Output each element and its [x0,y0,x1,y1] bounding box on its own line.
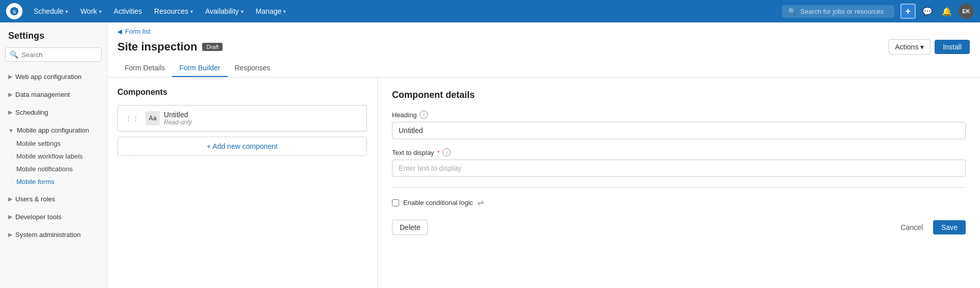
sidebar-item-web-app[interactable]: ▶ Web app configuration [0,70,107,84]
install-button[interactable]: Install [935,40,970,54]
form-actions-row: Delete Cancel Save [392,220,966,235]
tab-form-builder[interactable]: Form Builder [172,60,227,77]
divider [392,187,966,188]
sidebar-section-scheduling: ▶ Scheduling [0,103,107,121]
heading-label: Heading i [392,111,966,119]
nav-work[interactable]: Work ▾ [75,5,106,17]
save-button[interactable]: Save [933,220,966,234]
system-admin-chevron-icon: ▶ [8,231,12,238]
sidebar-title: Settings [0,31,107,47]
tabs: Form Details Form Builder Responses [117,60,970,77]
conditional-logic-label[interactable]: Enable conditional logic [403,199,473,206]
sidebar-section-developer-tools: ▶ Developer tools [0,208,107,226]
scheduling-chevron-icon: ▶ [8,109,12,116]
sidebar-item-mobile-notifications[interactable]: Mobile notifications [0,163,107,175]
sidebar-section-users-roles: ▶ Users & roles [0,190,107,208]
components-panel: Components ⋮⋮ Aa Untitled Read-only + Ad… [107,77,378,288]
nav-schedule[interactable]: Schedule ▾ [29,5,73,17]
notifications-icon[interactable]: 🔔 [939,4,954,19]
nav-manage[interactable]: Manage ▾ [251,5,291,17]
page-title-row: Site inspection Draft Actions ▾ Install [117,39,970,55]
details-panel: Component details Heading i Text to disp… [378,77,980,288]
svg-text:S: S [13,9,16,14]
availability-chevron-icon: ▾ [241,9,243,14]
sidebar-item-mobile-app[interactable]: ▼ Mobile app configuration [0,123,107,137]
conditional-logic-row: Enable conditional logic ⇌ [392,198,966,207]
top-nav: S Schedule ▾ Work ▾ Activities Resources… [0,0,980,22]
add-button[interactable]: + [900,4,916,19]
manage-chevron-icon: ▾ [283,9,286,14]
heading-info-icon[interactable]: i [420,111,428,119]
resources-chevron-icon: ▾ [190,9,193,14]
delete-button[interactable]: Delete [392,220,428,235]
developer-tools-chevron-icon: ▶ [8,214,12,220]
chat-icon[interactable]: 💬 [920,4,935,19]
status-badge: Draft [202,43,223,51]
sidebar-item-scheduling[interactable]: ▶ Scheduling [0,106,107,119]
sidebar: Settings 🔍 ▶ Web app configuration ▶ Dat… [0,22,107,288]
page-header: ◀ Form list Site inspection Draft Action… [107,22,980,77]
page-title-left: Site inspection Draft [117,40,223,54]
avatar[interactable]: EK [959,4,974,19]
text-display-input[interactable] [392,160,966,177]
app-body: Settings 🔍 ▶ Web app configuration ▶ Dat… [0,22,980,288]
text-display-info-icon[interactable]: i [443,148,451,156]
sidebar-item-developer-tools[interactable]: ▶ Developer tools [0,210,107,224]
component-info: Untitled Read-only [164,111,359,126]
sidebar-item-mobile-workflow-labels[interactable]: Mobile workflow labels [0,150,107,163]
page-title: Site inspection [117,40,197,54]
conditional-logic-checkbox[interactable] [392,199,399,206]
actions-button[interactable]: Actions ▾ [889,39,931,55]
component-row[interactable]: ⋮⋮ Aa Untitled Read-only [117,105,367,132]
sidebar-search-container[interactable]: 🔍 [5,47,102,62]
components-title: Components [117,88,367,97]
nav-activities[interactable]: Activities [109,5,147,17]
sidebar-section-mobile-app: ▼ Mobile app configuration Mobile settin… [0,121,107,190]
actions-chevron-icon: ▾ [920,43,924,51]
heading-field: Heading i [392,111,966,139]
heading-input[interactable] [392,122,966,139]
sidebar-item-mobile-settings[interactable]: Mobile settings [0,137,107,150]
page-title-actions: Actions ▾ Install [889,39,970,55]
sidebar-item-mobile-forms[interactable]: Mobile forms [0,175,107,188]
logo[interactable]: S [6,3,22,19]
component-type: Read-only [164,119,359,126]
sidebar-item-data-management[interactable]: ▶ Data management [0,88,107,101]
tab-form-details[interactable]: Form Details [117,60,172,77]
web-app-chevron-icon: ▶ [8,73,12,80]
schedule-chevron-icon: ▾ [65,9,68,14]
add-component-button[interactable]: + Add new component [117,137,367,156]
component-type-icon: Aa [145,111,160,125]
main-content: ◀ Form list Site inspection Draft Action… [107,22,980,288]
back-arrow-icon: ◀ [117,28,122,35]
data-mgmt-chevron-icon: ▶ [8,91,12,98]
topnav-icons: + 💬 🔔 EK [900,4,974,19]
work-chevron-icon: ▾ [99,9,102,14]
text-display-label: Text to display * i [392,148,966,156]
details-title: Component details [392,90,966,100]
nav-availability[interactable]: Availability ▾ [200,5,249,17]
sidebar-search-input[interactable] [21,51,97,59]
sidebar-section-web-app: ▶ Web app configuration [0,68,107,86]
tab-responses[interactable]: Responses [228,60,278,77]
cancel-button[interactable]: Cancel [894,220,929,234]
component-name: Untitled [164,111,359,119]
sidebar-section-system-admin: ▶ System administration [0,226,107,244]
sidebar-search-icon: 🔍 [10,50,18,59]
breadcrumb[interactable]: ◀ Form list [117,28,970,35]
required-indicator: * [437,149,439,156]
drag-handle-icon: ⋮⋮ [125,114,139,122]
text-display-field: Text to display * i [392,148,966,177]
sidebar-item-system-admin[interactable]: ▶ System administration [0,228,107,242]
content-area: Components ⋮⋮ Aa Untitled Read-only + Ad… [107,77,980,288]
nav-resources[interactable]: Resources ▾ [149,5,198,17]
conditional-flow-icon: ⇌ [477,198,484,207]
global-search[interactable]: 🔍 Search for jobs or resources [782,5,894,18]
mobile-app-chevron-icon: ▼ [8,127,14,134]
users-roles-chevron-icon: ▶ [8,196,12,202]
sidebar-section-data-mgmt: ▶ Data management [0,86,107,103]
search-icon: 🔍 [788,8,796,15]
sidebar-item-users-roles[interactable]: ▶ Users & roles [0,192,107,206]
form-actions-right: Cancel Save [894,220,966,234]
